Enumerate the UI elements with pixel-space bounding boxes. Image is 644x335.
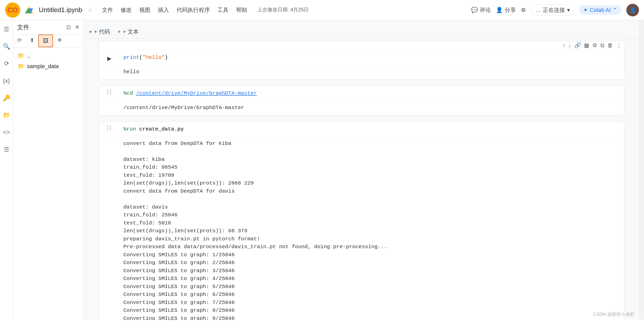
file-tree-item-parent[interactable]: 📁 .. xyxy=(15,50,81,61)
file-panel-header: 文件 ⊡ ✕ xyxy=(13,20,83,35)
tab-image-upload[interactable]: 🖼 xyxy=(38,35,53,47)
cell1-down-btn[interactable]: ↓ xyxy=(568,42,571,49)
share-button[interactable]: 👤 分享 xyxy=(496,6,516,14)
connect-area[interactable]: … 正在连接 ▾ xyxy=(531,5,574,16)
cell-2: [ ] %cd /content/drive/MyDrive/GraphDTA-… xyxy=(99,86,624,115)
menu-tools[interactable]: 工具 xyxy=(217,6,229,14)
file-tree-item-sample-data[interactable]: 📁 sample_data xyxy=(15,61,81,72)
last-modified: 上次修改日期: 4月25日 xyxy=(257,6,309,14)
sidebar-item-toc[interactable]: ☰ xyxy=(2,144,12,154)
menu-file[interactable]: 文件 xyxy=(102,6,113,14)
cell3-code[interactable]: %run create_data.py xyxy=(119,122,624,137)
menu-insert[interactable]: 插入 xyxy=(158,6,169,14)
sidebar-item-files[interactable]: 📁 xyxy=(2,110,12,120)
panel-close-button[interactable]: ✕ xyxy=(75,24,79,31)
add-text-button[interactable]: + + 文本 xyxy=(118,28,139,36)
connect-dots: … xyxy=(535,7,541,13)
drive-icon xyxy=(24,5,34,15)
file-panel-tabs: ⟳ ⬆ 🖼 👁 xyxy=(13,35,83,47)
cell1-link-btn[interactable]: 🔗 xyxy=(574,42,581,49)
sidebar-item-secrets[interactable]: 🔑 xyxy=(2,93,12,103)
cell1-run-button[interactable]: ▶ xyxy=(104,53,115,64)
top-bar: CO Untitled1.ipynb ☆ 文件 修改 视图 插入 代码执行程序 … xyxy=(0,0,644,20)
sidebar-item-search[interactable]: 🔍 xyxy=(2,41,12,51)
user-avatar[interactable]: 👤 xyxy=(626,4,639,16)
share-icon: 👤 xyxy=(496,7,503,13)
comment-icon: 💬 xyxy=(471,7,478,13)
cell1-more-btn[interactable]: ⋮ xyxy=(616,42,622,49)
panel-maximize-button[interactable]: ⊡ xyxy=(66,24,71,31)
cell1-up-btn[interactable]: ↑ xyxy=(563,42,565,49)
icon-bar: ☰ 🔍 ⟳ {x} 🔑 📁 <> ☰ xyxy=(0,20,13,320)
cell1-copy-btn[interactable]: ⧉ xyxy=(600,42,604,49)
menu-view[interactable]: 视图 xyxy=(139,6,150,14)
file-panel-title: 文件 xyxy=(17,23,29,31)
file-tree: 📁 .. 📁 sample_data xyxy=(13,47,83,320)
cell3-bracket: [ ] xyxy=(107,125,111,131)
tab-upload[interactable]: ⬆ xyxy=(26,35,38,47)
colab-ai-button[interactable]: ✦ Colab AI ⌃ xyxy=(579,5,621,15)
folder-icon-sample: 📁 xyxy=(18,63,24,70)
cell1-trash-btn[interactable]: 🗑 xyxy=(607,42,613,49)
menu-help[interactable]: 帮助 xyxy=(236,6,247,14)
cell2-output: /content/drive/MyDrive/GraphDTA-master xyxy=(99,101,624,115)
connect-arrow: ▾ xyxy=(567,7,570,13)
top-nav-menu: 文件 修改 视图 插入 代码执行程序 工具 帮助 上次修改日期: 4月25日 xyxy=(102,6,309,14)
file-panel: 文件 ⊡ ✕ ⟳ ⬆ 🖼 👁 📁 .. 📁 sample_data xyxy=(13,20,84,320)
colab-ai-expand: ⌃ xyxy=(613,7,617,13)
file-panel-actions: ⊡ ✕ xyxy=(66,24,79,31)
plus-text-icon: + xyxy=(118,29,121,35)
settings-button[interactable]: ⚙ xyxy=(521,7,526,13)
notebook-title[interactable]: Untitled1.ipynb xyxy=(39,6,82,14)
cell1-code[interactable]: print("hello") xyxy=(119,50,624,65)
top-bar-right: 💬 评论 👤 分享 ⚙ … 正在连接 ▾ ✦ Colab AI ⌃ 👤 xyxy=(471,4,639,16)
colab-ai-logo: ✦ xyxy=(583,7,588,13)
menu-edit[interactable]: 修改 xyxy=(121,6,132,14)
sidebar-item-code[interactable]: <> xyxy=(2,127,12,137)
sidebar-item-refresh[interactable]: ⟳ xyxy=(2,59,12,69)
main-layout: ☰ 🔍 ⟳ {x} 🔑 📁 <> ☰ 文件 ⊡ ✕ ⟳ ⬆ 🖼 👁 📁 .. xyxy=(0,20,644,320)
sidebar-item-menu[interactable]: ☰ xyxy=(2,24,12,34)
cell2-bracket: [ ] xyxy=(107,89,111,95)
watermark: CSDN @探球小龙虾 xyxy=(593,311,634,317)
connect-label: 正在连接 xyxy=(543,6,565,14)
add-code-button[interactable]: + + 代码 xyxy=(89,28,110,36)
notebook-area: + + 代码 + + 文本 ↑ ↓ 🔗 ▦ ⚙ ⧉ 🗑 ⋮ xyxy=(84,20,639,320)
cell1-settings-btn[interactable]: ⚙ xyxy=(592,42,597,49)
plus-code-icon: + xyxy=(89,29,92,35)
tab-hide[interactable]: 👁 xyxy=(53,35,67,47)
add-cell-bar: + + 代码 + + 文本 xyxy=(84,25,639,38)
comment-button[interactable]: 💬 评论 xyxy=(471,6,491,14)
cell3-output: convert data from DeepDTA for kiba datas… xyxy=(99,137,624,320)
menu-runtime[interactable]: 代码执行程序 xyxy=(177,6,210,14)
cell1-grid-btn[interactable]: ▦ xyxy=(584,42,589,49)
colab-logo: CO xyxy=(5,3,20,18)
sidebar-item-variables[interactable]: {x} xyxy=(2,76,12,86)
cell-3: [ ] %run create_data.py convert data fro… xyxy=(99,121,624,320)
tab-refresh[interactable]: ⟳ xyxy=(13,35,26,47)
cell2-code[interactable]: %cd /content/drive/MyDrive/GraphDTA-mast… xyxy=(119,86,624,101)
cell-1: ↑ ↓ 🔗 ▦ ⚙ ⧉ 🗑 ⋮ ▶ print("hello") hello xyxy=(99,41,624,80)
star-icon[interactable]: ☆ xyxy=(88,7,93,13)
folder-icon: 📁 xyxy=(18,53,24,59)
cell1-output: hello xyxy=(99,65,624,80)
scrollbar-area[interactable] xyxy=(639,20,644,320)
